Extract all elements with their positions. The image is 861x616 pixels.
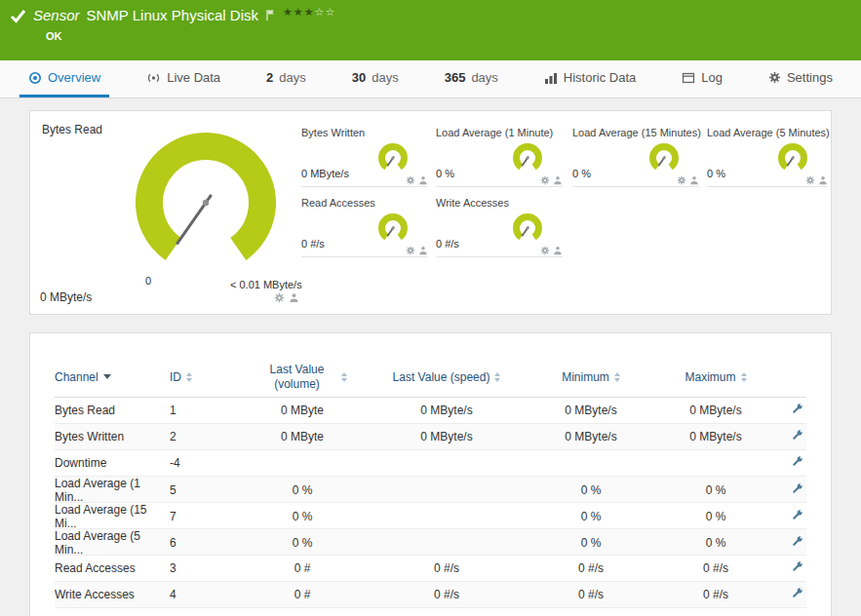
last-value-speed: 0 #/s (365, 588, 528, 601)
live-data-icon (146, 71, 161, 85)
last-value-volume: 0 MByte (240, 430, 365, 443)
channel-name: Load Average (5 Min... (55, 529, 170, 557)
sensor-status-bar: Sensor SNMP Linux Physical Disk ★★★☆☆ OK (0, 0, 861, 60)
tab-overview[interactable]: Overview (20, 60, 109, 97)
gauge-user-icon[interactable] (289, 292, 299, 303)
channel-name: Write Accesses (55, 588, 170, 601)
gauge-user-icon[interactable] (689, 175, 699, 185)
channel-id: 6 (170, 536, 240, 550)
tab-2-days[interactable]: 2 days (257, 60, 315, 97)
tab-historic-data[interactable]: Historic Data (535, 60, 645, 97)
mini-gauge-dial (373, 141, 412, 173)
channel-settings-wrench-icon[interactable] (790, 534, 804, 549)
gauge-user-icon[interactable] (553, 246, 563, 255)
gauge-user-icon[interactable] (818, 175, 828, 185)
mini-gauge-value: 0 MByte/s (301, 168, 349, 179)
tab-365-days[interactable]: 365 days (436, 60, 507, 97)
channel-name: Load Average (1 Min... (55, 477, 170, 504)
channel-id: -4 (170, 456, 240, 470)
header-minimum[interactable]: Minimum (528, 370, 653, 384)
header-id[interactable]: ID (170, 370, 240, 384)
mini-gauge-dial (645, 141, 684, 173)
bytes-read-gauge (123, 127, 289, 273)
gauge-scale-min: 0 (145, 275, 151, 287)
mini-gauge-read-accesses: Read Accesses 0 #/s (301, 197, 428, 259)
historic-data-icon (544, 71, 558, 85)
channel-settings-wrench-icon[interactable] (790, 559, 804, 574)
last-value-volume: 0 # (240, 588, 365, 601)
maximum-value: 0 % (653, 510, 778, 523)
mini-gauge-title: Write Accesses (436, 197, 563, 211)
gauges-panel: Bytes Read 0 < 0.01 MByte/s 0 MByte/s By… (29, 110, 832, 315)
table-row[interactable]: Load Average (1 Min... 5 0 % 0 % 0 % (55, 477, 806, 503)
maximum-value: 0 % (653, 536, 778, 550)
table-row[interactable]: Bytes Written 2 0 MByte 0 MByte/s 0 MByt… (55, 424, 806, 450)
channel-settings-wrench-icon[interactable] (790, 481, 804, 496)
table-row[interactable]: Read Accesses 3 0 # 0 #/s 0 #/s 0 #/s (55, 556, 806, 582)
mini-gauge-title: Bytes Written (301, 127, 428, 140)
header-last-value-volume[interactable]: Last Value (volume) (240, 363, 365, 392)
overview-icon (28, 71, 42, 85)
channel-settings-wrench-icon[interactable] (790, 402, 804, 416)
channel-id: 5 (170, 483, 240, 497)
gauge-settings-gear-icon[interactable] (540, 175, 550, 185)
flag-icon[interactable] (265, 9, 276, 21)
channel-settings-wrench-icon[interactable] (790, 428, 804, 443)
channels-table-panel: Channel ID Last Value (volume) Last Valu… (29, 332, 832, 616)
tab-log[interactable]: Log (673, 60, 731, 97)
mini-gauge-dial (773, 141, 812, 173)
gauge-user-icon[interactable] (553, 175, 563, 185)
header-maximum[interactable]: Maximum (653, 370, 778, 384)
gauge-settings-gear-icon[interactable] (406, 175, 415, 185)
gauge-user-icon[interactable] (418, 246, 428, 255)
header-channel[interactable]: Channel (55, 370, 170, 384)
channel-id: 4 (170, 588, 240, 601)
minimum-value: 0 MByte/s (528, 430, 653, 443)
mini-gauge-dial (508, 212, 547, 243)
tab-live-data[interactable]: Live Data (137, 60, 229, 97)
channel-name: Read Accesses (55, 561, 170, 575)
mini-gauge-bytes-written: Bytes Written 0 MByte/s (301, 127, 428, 189)
channel-name: Load Average (15 Mi... (55, 503, 170, 530)
mini-gauge-title: Load Average (15 Minutes) (572, 127, 699, 140)
table-body: Bytes Read 1 0 MByte 0 MByte/s 0 MByte/s… (55, 398, 806, 608)
gauge-settings-gear-icon[interactable] (677, 175, 686, 185)
mini-gauge-value: 0 #/s (301, 238, 325, 250)
last-value-volume: 0 % (240, 536, 365, 550)
table-header-row: Channel ID Last Value (volume) Last Valu… (55, 357, 806, 398)
header-last-value-speed[interactable]: Last Value (speed) (365, 370, 528, 384)
table-row[interactable]: Downtime -4 (55, 450, 806, 477)
channel-id: 3 (170, 561, 240, 575)
channel-settings-wrench-icon[interactable] (790, 508, 804, 522)
table-row[interactable]: Write Accesses 4 0 # 0 #/s 0 #/s 0 #/s (55, 582, 806, 608)
minimum-value: 0 % (528, 483, 653, 497)
last-value-speed: 0 MByte/s (365, 404, 528, 417)
last-value-speed: 0 MByte/s (365, 430, 528, 443)
maximum-value: 0 #/s (653, 561, 778, 575)
last-value-volume: 0 % (240, 510, 365, 523)
status-ok-check-icon (10, 9, 26, 23)
channel-settings-wrench-icon[interactable] (790, 454, 804, 469)
settings-gear-icon (768, 71, 781, 84)
sensor-name: SNMP Linux Physical Disk (87, 7, 258, 23)
table-row[interactable]: Load Average (5 Min... 6 0 % 0 % 0 % (55, 529, 806, 556)
gauge-settings-gear-icon[interactable] (274, 292, 285, 303)
tab-settings[interactable]: Settings (760, 60, 841, 97)
mini-gauge-load-average-15min: Load Average (15 Minutes) 0 % (572, 127, 699, 189)
table-row[interactable]: Load Average (15 Mi... 7 0 % 0 % 0 % (55, 503, 806, 529)
table-row[interactable]: Bytes Read 1 0 MByte 0 MByte/s 0 MByte/s… (55, 398, 806, 424)
minimum-value: 0 #/s (528, 588, 653, 601)
channel-settings-wrench-icon[interactable] (790, 586, 804, 600)
mini-gauge-load-average-5min: Load Average (5 Minutes) 0 % (707, 127, 828, 189)
gauge-settings-gear-icon[interactable] (406, 246, 415, 255)
maximum-value: 0 #/s (653, 588, 778, 601)
mini-gauge-dial (508, 141, 547, 173)
tab-30-days[interactable]: 30 days (343, 60, 408, 97)
maximum-value: 0 MByte/s (653, 404, 778, 417)
gauge-settings-gear-icon[interactable] (540, 246, 550, 255)
priority-stars[interactable]: ★★★☆☆ (283, 6, 335, 19)
mini-gauge-value: 0 % (436, 168, 454, 179)
gauge-user-icon[interactable] (418, 175, 428, 185)
gauge-settings-gear-icon[interactable] (805, 175, 815, 185)
minimum-value: 0 MByte/s (528, 404, 653, 417)
